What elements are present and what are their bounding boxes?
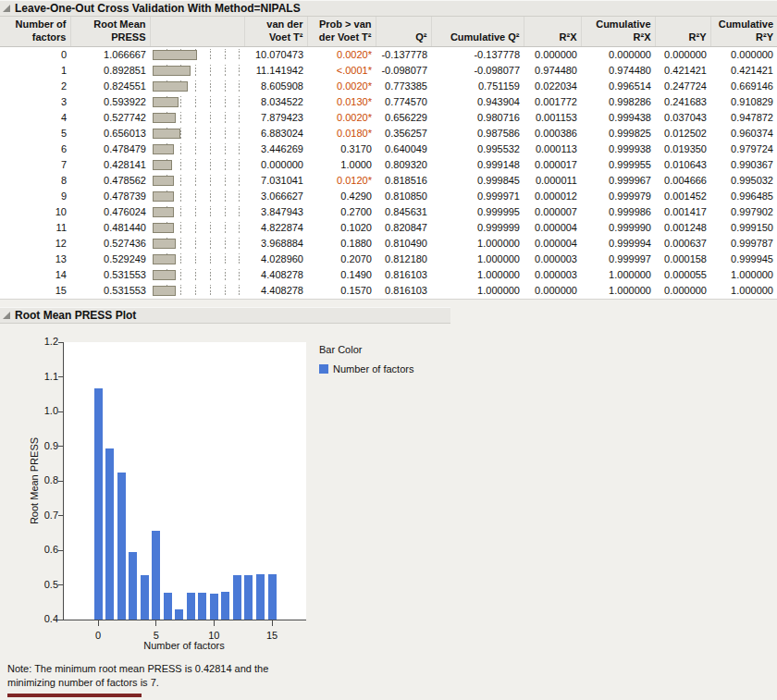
cell: 0.531553 <box>70 283 150 300</box>
cell: 1.000000 <box>431 236 524 252</box>
cell: 4.028960 <box>244 252 307 267</box>
cell: 0.999945 <box>710 252 777 267</box>
chart-bar[interactable] <box>129 552 137 620</box>
cell: 4.408278 <box>244 283 307 300</box>
press-minibar-track <box>153 285 240 297</box>
table-row[interactable]: 110.4814404.8228740.10200.8208470.999999… <box>0 220 777 236</box>
chart-bar[interactable] <box>141 575 149 620</box>
cell: 2 <box>0 79 70 94</box>
cell: 0.428141 <box>70 157 150 173</box>
cell: 3.968884 <box>244 236 307 252</box>
cell: 1.000000 <box>431 283 524 300</box>
table-row[interactable]: 130.5292494.0289600.20700.8121801.000000… <box>0 252 777 267</box>
cell: 0.000012 <box>524 189 581 204</box>
plot-area[interactable]: 0.40.50.60.70.80.91.01.11.2051015 <box>63 342 306 620</box>
cell: 0.0020* <box>307 79 376 94</box>
cell: 0.999845 <box>431 173 524 189</box>
table-row[interactable]: 80.4785627.0310410.0120*0.8185160.999845… <box>0 173 777 189</box>
cell: 0 <box>0 46 70 63</box>
cell: 0.999997 <box>581 252 655 267</box>
press-bar-cell <box>150 46 244 63</box>
cv-table-header-row: Number of factorsRoot Mean PRESSvan der … <box>0 17 777 46</box>
cell: 1 <box>0 63 70 79</box>
legend-color-swatch[interactable] <box>319 364 328 374</box>
cell: 0.527742 <box>70 110 150 126</box>
chart-bar[interactable] <box>164 593 172 620</box>
cell: 0.000004 <box>524 236 581 252</box>
chart-bar[interactable] <box>94 388 103 620</box>
y-axis-tick-label: 0.8 <box>29 474 58 485</box>
y-axis-tick-label: 0.5 <box>29 579 58 590</box>
chart-bar[interactable] <box>117 473 126 620</box>
cell: 0.004666 <box>655 173 710 189</box>
chart-bar[interactable] <box>210 594 218 620</box>
table-row[interactable]: 120.5274363.9688840.18800.8104901.000000… <box>0 236 777 252</box>
table-row[interactable]: 150.5315534.4082780.15700.8161031.000000… <box>0 283 777 300</box>
table-row[interactable]: 90.4787393.0666270.42900.8108500.9999710… <box>0 189 777 204</box>
chart-bar[interactable] <box>198 593 206 620</box>
table-row[interactable]: 20.8245518.6059080.0020*0.7733850.751159… <box>0 79 777 94</box>
table-row[interactable]: 60.4784793.4462690.31700.6400490.9955320… <box>0 141 777 157</box>
cell: 7 <box>0 157 70 173</box>
table-row[interactable]: 01.06666710.0704730.0020*-0.137778-0.137… <box>0 46 777 63</box>
disclosure-triangle-icon[interactable] <box>3 5 10 12</box>
x-axis-title: Number of factors <box>143 640 224 651</box>
cell: 0.996485 <box>710 189 777 204</box>
chart-bar[interactable] <box>244 575 253 620</box>
table-row[interactable]: 30.5939228.0345220.0130*0.7745700.943904… <box>0 94 777 110</box>
chart-bar[interactable] <box>221 592 229 620</box>
x-axis-tick <box>98 620 99 626</box>
cell: 0.999787 <box>710 236 777 252</box>
chart-bar[interactable] <box>233 575 241 620</box>
note-underline <box>7 694 142 697</box>
table-row[interactable]: 10.89285111.141942<.0001*-0.098077-0.098… <box>0 63 777 79</box>
cell: 7.031041 <box>244 173 307 189</box>
cell: 0.001248 <box>655 220 710 236</box>
outline-header-cross-validation[interactable]: Leave-One-Out Cross Validation With Meth… <box>0 0 777 17</box>
chart-bar[interactable] <box>268 574 277 620</box>
chart-bar[interactable] <box>175 609 183 620</box>
cell: 0.999150 <box>710 220 777 236</box>
cell: 0.809320 <box>376 157 431 173</box>
x-axis-tick <box>214 620 215 626</box>
cell: 0.247724 <box>655 79 710 94</box>
press-minibar-track <box>153 238 240 250</box>
y-axis-tick <box>58 550 64 551</box>
table-row[interactable]: 50.6560136.8830240.0180*0.3562570.987586… <box>0 126 777 141</box>
legend-entry[interactable]: Number of factors <box>319 363 413 375</box>
press-minibar-track <box>153 143 240 155</box>
cell: 0.947872 <box>710 110 777 126</box>
cell: 0.3170 <box>307 141 376 157</box>
x-axis-tick <box>272 620 273 626</box>
y-axis-tick <box>58 584 64 585</box>
outline-header-press-plot[interactable]: Root Mean PRESS Plot <box>0 307 450 324</box>
y-axis-tick-label: 1.2 <box>29 336 58 347</box>
press-minibar-track <box>153 175 240 187</box>
cell: 0.996514 <box>581 79 655 94</box>
column-header: R²X <box>524 17 581 46</box>
y-axis-tick <box>58 515 64 516</box>
chart-bar[interactable] <box>152 531 160 620</box>
press-minibar-track <box>153 96 240 108</box>
cell: 10.070473 <box>244 46 307 63</box>
table-row[interactable]: 70.4281410.0000001.00000.8093200.9991480… <box>0 157 777 173</box>
cell: 14 <box>0 267 70 283</box>
outline-title-press-plot: Root Mean PRESS Plot <box>15 309 136 322</box>
chart-bar[interactable] <box>105 448 114 620</box>
disclosure-triangle-icon[interactable] <box>3 312 10 319</box>
chart-bar[interactable] <box>256 574 265 620</box>
table-row[interactable]: 100.4760243.8479430.27000.8456310.999995… <box>0 204 777 220</box>
cell: 0.000000 <box>524 46 581 63</box>
table-row[interactable]: 140.5315534.4082780.14900.8161031.000000… <box>0 267 777 283</box>
cell: 0.000011 <box>524 173 581 189</box>
column-header-bar <box>150 17 244 46</box>
cell: 11.141942 <box>244 63 307 79</box>
press-bar-cell <box>150 141 244 157</box>
note-line-2: minimizing number of factors is 7. <box>7 676 268 690</box>
cell: 0.000386 <box>524 126 581 141</box>
press-bar-cell <box>150 94 244 110</box>
table-row[interactable]: 40.5277427.8794230.0020*0.6562290.980716… <box>0 110 777 126</box>
press-minibar <box>153 191 174 202</box>
chart-bar[interactable] <box>187 593 195 620</box>
cell: 0.000055 <box>655 267 710 283</box>
